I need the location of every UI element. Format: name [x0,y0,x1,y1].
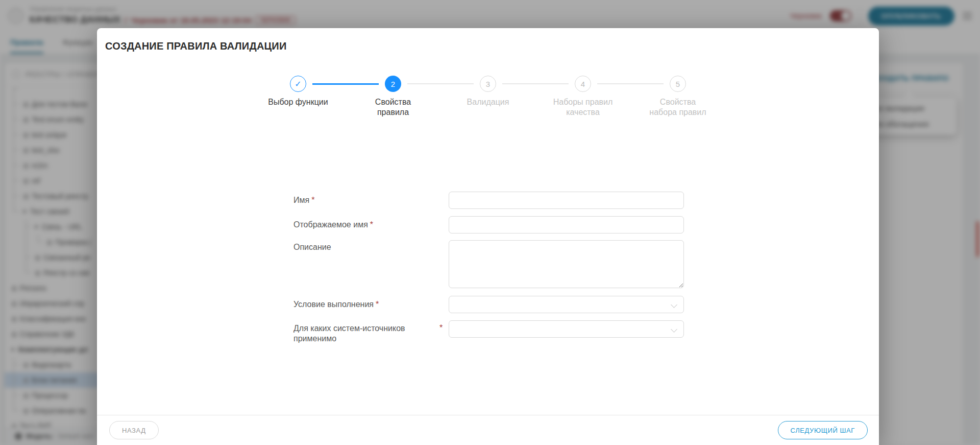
step-connector [312,83,379,85]
step-2[interactable]: 2Свойства правила [346,76,440,118]
step-1[interactable]: ✓Выбор функции [251,76,346,118]
step-connector [407,83,474,84]
step-label: Свойства правила [363,97,423,118]
step-connector [502,83,569,84]
step-number: 4 [575,76,591,92]
description-textarea[interactable] [449,240,684,288]
step-label: Свойства набора правил [648,97,708,118]
check-icon: ✓ [290,76,306,92]
required-mark: * [311,196,314,204]
stepper: ✓Выбор функции2Свойства правила3Валидаци… [251,76,725,118]
modal-footer: НАЗАД СЛЕДУЮЩИЙ ШАГ [97,415,879,445]
modal-title: СОЗДАНИЕ ПРАВИЛА ВАЛИДАЦИИ [105,40,286,52]
back-button[interactable]: НАЗАД [109,421,159,439]
step-number: 3 [480,76,496,92]
screen: Управление моделью данных КАЧЕСТВО ДАННЫ… [0,0,980,445]
step-3[interactable]: 3Валидация [440,76,535,118]
step-number: 2 [385,76,401,92]
condition-select[interactable] [449,296,684,313]
chevron-down-icon [671,326,677,333]
next-step-button[interactable]: СЛЕДУЮЩИЙ ШАГ [778,421,868,439]
step-label: Валидация [467,97,509,107]
chevron-down-icon [671,301,677,308]
step-5[interactable]: 5Свойства набора правил [630,76,725,118]
description-label: Описание [293,243,331,252]
create-validation-rule-modal: СОЗДАНИЕ ПРАВИЛА ВАЛИДАЦИИ ✓Выбор функци… [97,28,879,445]
systems-label: Для каких систем-источников применимо [293,320,427,344]
required-mark: * [439,323,443,333]
required-mark: * [370,220,373,229]
required-mark: * [376,300,379,309]
step-connector [597,83,664,84]
display-name-label: Отображаемое имя* [293,216,373,233]
name-input[interactable] [449,192,684,209]
step-label: Выбор функции [268,97,328,107]
condition-label: Условие выполнения* [293,296,379,313]
step-4[interactable]: 4Наборы правил качества [535,76,630,118]
display-name-input[interactable] [449,216,684,233]
name-label: Имя* [293,192,314,209]
step-label: Наборы правил качества [553,97,613,118]
step-number: 5 [670,76,686,92]
systems-select[interactable] [449,320,684,338]
